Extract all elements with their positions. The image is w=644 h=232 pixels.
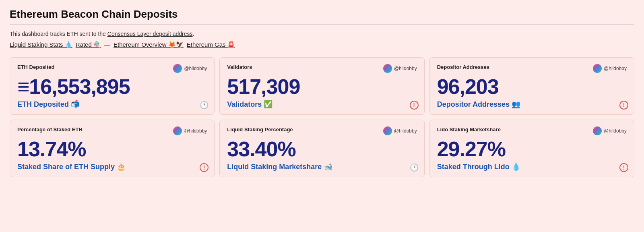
- avatar: [593, 126, 602, 135]
- avatar: [173, 64, 182, 73]
- nav-link-eth-gas[interactable]: Ethereum Gas 🚨: [187, 41, 235, 48]
- nav-link-rated[interactable]: Rated 🍭: [76, 41, 101, 48]
- card-author-liquid-staking-pct: @hildobby: [383, 126, 417, 135]
- card-sublabel-depositor-addresses: Depositor Addresses 👥: [437, 100, 627, 109]
- author-name: @hildobby: [184, 66, 207, 71]
- card-author-validators: @hildobby: [383, 64, 417, 73]
- nav-links: Liquid Staking Stats 💧 Rated 🍭 — Ethereu…: [10, 41, 634, 48]
- author-name: @hildobby: [184, 128, 207, 134]
- card-validators: Validators@hildobby517,309Validators ✅!: [219, 57, 424, 115]
- subtitle-text: This dashboard tracks ETH sent to the: [10, 31, 107, 37]
- author-name: @hildobby: [604, 128, 627, 134]
- card-label-eth-deposited: ETH Deposited: [17, 64, 54, 70]
- subtitle: This dashboard tracks ETH sent to the Co…: [10, 31, 634, 37]
- page-title: Ethereum Beacon Chain Deposits: [10, 8, 634, 21]
- card-value-validators: 517,309: [227, 75, 417, 98]
- nav-separator: —: [104, 41, 110, 48]
- card-label-lido-marketshare: Lido Staking Marketshare: [437, 126, 501, 133]
- card-author-pct-staked-eth: @hildobby: [173, 126, 207, 135]
- card-label-depositor-addresses: Depositor Addresses: [437, 64, 489, 70]
- card-author-depositor-addresses: @hildobby: [593, 64, 627, 73]
- author-name: @hildobby: [394, 128, 417, 134]
- card-author-eth-deposited: @hildobby: [173, 64, 207, 73]
- warning-icon: !: [410, 101, 419, 110]
- avatar: [383, 126, 392, 135]
- card-label-pct-staked-eth: Percentage of Staked ETH: [17, 126, 83, 133]
- title-divider: [10, 25, 634, 25]
- card-liquid-staking-pct: Liquid Staking Percentage@hildobby33.40%…: [219, 120, 424, 177]
- nav-link-eth-overview[interactable]: Ethereum Overview 🦊🦅: [114, 41, 184, 48]
- warning-icon: !: [619, 163, 628, 172]
- cards-grid: ETH Deposited@hildobby≡16,553,895ETH Dep…: [10, 57, 634, 177]
- card-sublabel-eth-deposited: ETH Deposited 📬: [17, 100, 207, 109]
- subtitle-end: .: [192, 31, 194, 37]
- deposit-address-link[interactable]: Consensus Layer deposit address: [107, 31, 193, 37]
- author-name: @hildobby: [604, 66, 627, 71]
- card-value-liquid-staking-pct: 33.40%: [227, 138, 417, 161]
- card-depositor-addresses: Depositor Addresses@hildobby96,203Deposi…: [429, 57, 634, 115]
- avatar: [593, 64, 602, 73]
- clock-icon: 🕐: [200, 101, 208, 110]
- card-value-eth-deposited: ≡16,553,895: [17, 75, 207, 98]
- nav-link-liquid-staking[interactable]: Liquid Staking Stats 💧: [10, 41, 72, 48]
- clock-icon: 🕐: [410, 163, 419, 172]
- avatar: [383, 64, 392, 73]
- card-sublabel-lido-marketshare: Staked Through Lido 💧: [437, 162, 627, 171]
- avatar: [173, 126, 182, 135]
- card-eth-deposited: ETH Deposited@hildobby≡16,553,895ETH Dep…: [10, 57, 215, 115]
- card-sublabel-liquid-staking-pct: Liquid Staking Marketshare 🐋: [227, 162, 417, 171]
- warning-icon: !: [200, 163, 208, 172]
- card-label-liquid-staking-pct: Liquid Staking Percentage: [227, 126, 293, 133]
- card-author-lido-marketshare: @hildobby: [593, 126, 627, 135]
- card-label-validators: Validators: [227, 64, 252, 70]
- card-pct-staked-eth: Percentage of Staked ETH@hildobby13.74%S…: [10, 120, 215, 177]
- author-name: @hildobby: [394, 66, 417, 71]
- card-value-lido-marketshare: 29.27%: [437, 138, 627, 161]
- card-lido-marketshare: Lido Staking Marketshare@hildobby29.27%S…: [429, 120, 634, 177]
- card-value-depositor-addresses: 96,203: [437, 75, 627, 98]
- card-sublabel-pct-staked-eth: Staked Share of ETH Supply 🎂: [17, 162, 207, 171]
- card-sublabel-validators: Validators ✅: [227, 100, 417, 109]
- warning-icon: !: [619, 101, 628, 110]
- card-value-pct-staked-eth: 13.74%: [17, 138, 207, 161]
